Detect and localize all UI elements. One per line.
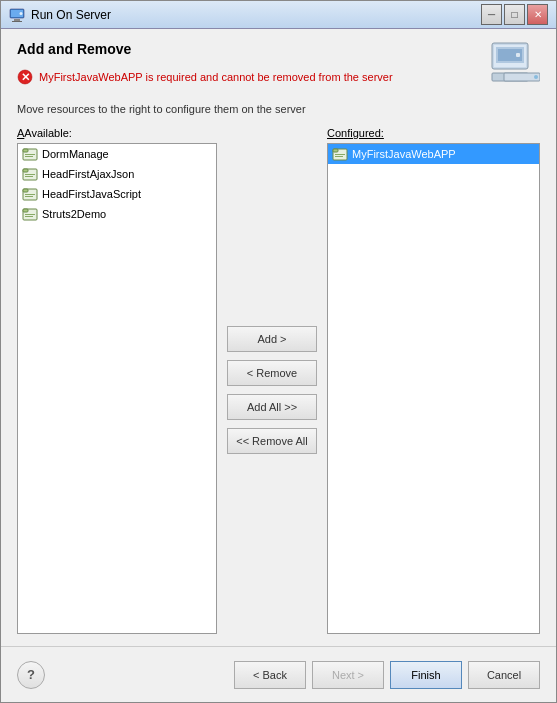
svg-point-2: [20, 12, 23, 15]
svg-rect-23: [25, 176, 33, 177]
title-bar: Run On Server ─ □ ✕: [1, 1, 556, 29]
header-section: Add and Remove ✕ MyFirstJavaWebAPP is re…: [17, 41, 540, 89]
list-item[interactable]: HeadFirstJavaScript: [18, 184, 216, 204]
svg-text:✕: ✕: [21, 71, 30, 83]
footer-buttons: < Back Next > Finish Cancel: [234, 661, 540, 689]
configured-panel: Configured: MyFirstJavaWebAPP: [327, 127, 540, 634]
svg-rect-29: [23, 209, 28, 212]
add-button[interactable]: Add >: [227, 326, 317, 352]
svg-rect-18: [25, 154, 35, 155]
svg-rect-4: [12, 21, 22, 22]
svg-rect-22: [25, 174, 35, 175]
header-area: Add and Remove ✕ MyFirstJavaWebAPP is re…: [17, 41, 540, 99]
svg-rect-31: [25, 216, 33, 217]
project-icon: [22, 146, 38, 162]
svg-rect-34: [335, 154, 345, 155]
svg-rect-21: [23, 169, 28, 172]
back-button[interactable]: < Back: [234, 661, 306, 689]
svg-rect-33: [333, 149, 338, 152]
item-label: DormManage: [42, 148, 109, 160]
error-bar: ✕ MyFirstJavaWebAPP is required and cann…: [17, 65, 540, 89]
project-icon: [22, 166, 38, 182]
transfer-buttons: Add > < Remove Add All >> << Remove All: [217, 145, 327, 634]
help-button[interactable]: ?: [17, 661, 45, 689]
svg-rect-3: [14, 19, 20, 21]
svg-rect-35: [335, 156, 343, 157]
finish-button[interactable]: Finish: [390, 661, 462, 689]
svg-rect-9: [516, 53, 520, 57]
configured-list[interactable]: MyFirstJavaWebAPP: [327, 143, 540, 634]
configured-label: Configured:: [327, 127, 540, 139]
svg-rect-17: [23, 149, 28, 152]
project-icon: [332, 146, 348, 162]
available-panel: AAvailable: DormManage: [17, 127, 217, 634]
svg-rect-26: [25, 194, 35, 195]
minimize-button[interactable]: ─: [481, 4, 502, 25]
dialog-content: Add and Remove ✕ MyFirstJavaWebAPP is re…: [1, 29, 556, 646]
add-all-button[interactable]: Add All >>: [227, 394, 317, 420]
svg-rect-27: [25, 196, 33, 197]
run-on-server-dialog: Run On Server ─ □ ✕: [0, 0, 557, 703]
svg-rect-30: [25, 214, 35, 215]
panels-area: AAvailable: DormManage: [17, 127, 540, 634]
list-item[interactable]: Struts2Demo: [18, 204, 216, 224]
project-icon: [22, 206, 38, 222]
item-label: MyFirstJavaWebAPP: [352, 148, 456, 160]
available-list[interactable]: DormManage HeadFirstAjaxJson: [17, 143, 217, 634]
instruction-text: Move resources to the right to configure…: [17, 103, 540, 115]
server-image: [488, 37, 540, 92]
svg-rect-25: [23, 189, 28, 192]
item-label: Struts2Demo: [42, 208, 106, 220]
footer-left: ?: [17, 661, 234, 689]
maximize-button[interactable]: □: [504, 4, 525, 25]
project-icon: [22, 186, 38, 202]
cancel-button[interactable]: Cancel: [468, 661, 540, 689]
item-label: HeadFirstAjaxJson: [42, 168, 134, 180]
svg-point-13: [534, 75, 538, 79]
remove-all-button[interactable]: << Remove All: [227, 428, 317, 454]
list-item[interactable]: MyFirstJavaWebAPP: [328, 144, 539, 164]
close-button[interactable]: ✕: [527, 4, 548, 25]
remove-button[interactable]: < Remove: [227, 360, 317, 386]
available-label: AAvailable:: [17, 127, 217, 139]
list-item[interactable]: DormManage: [18, 144, 216, 164]
window-title: Run On Server: [31, 8, 481, 22]
error-icon: ✕: [17, 69, 33, 85]
window-controls: ─ □ ✕: [481, 4, 548, 25]
error-message: MyFirstJavaWebAPP is required and cannot…: [39, 71, 393, 83]
item-label: HeadFirstJavaScript: [42, 188, 141, 200]
page-title: Add and Remove: [17, 41, 540, 57]
list-item[interactable]: HeadFirstAjaxJson: [18, 164, 216, 184]
dialog-footer: ? < Back Next > Finish Cancel: [1, 646, 556, 702]
dialog-icon: [9, 7, 25, 23]
next-button[interactable]: Next >: [312, 661, 384, 689]
svg-rect-19: [25, 156, 33, 157]
